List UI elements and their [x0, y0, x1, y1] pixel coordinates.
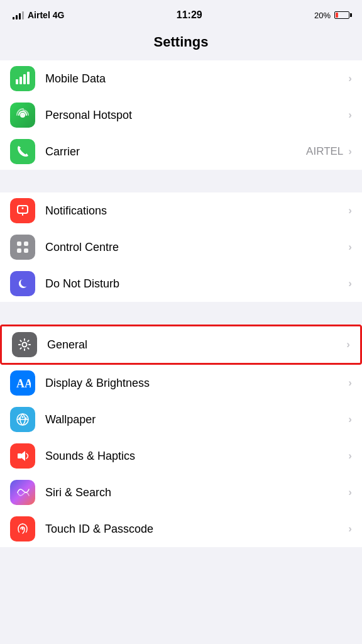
connectivity-group: Mobile Data › Personal Hotspot › — [0, 60, 362, 170]
svg-point-16 — [25, 418, 27, 419]
svg-rect-1 — [19, 77, 22, 84]
personal-hotspot-icon — [10, 103, 35, 128]
settings-row-notifications[interactable]: Notifications › — [0, 192, 362, 229]
siri-label: Siri & Search — [45, 486, 348, 499]
network-label: 4G — [53, 10, 65, 20]
settings-row-display[interactable]: AA Display & Brightness › — [0, 365, 362, 401]
settings-row-dnd[interactable]: Do Not Disturb › — [0, 265, 362, 302]
phone-icon-svg — [14, 143, 31, 160]
svg-rect-0 — [16, 79, 18, 84]
carrier-value: AIRTEL — [306, 145, 343, 158]
carrier-icon — [10, 139, 35, 164]
notifications-label: Notifications — [45, 204, 348, 218]
notifications-icon — [10, 198, 35, 223]
status-left: Airtel 4G — [13, 10, 64, 20]
section-connectivity: Mobile Data › Personal Hotspot › — [0, 60, 362, 170]
svg-point-15 — [19, 418, 21, 419]
mobile-data-chevron: › — [348, 72, 352, 85]
carrier-label-row: Carrier — [45, 145, 306, 158]
battery-percent: 20% — [314, 11, 331, 20]
display-chevron: › — [348, 377, 352, 389]
settings-row-siri[interactable]: Siri & Search › — [0, 474, 362, 511]
settings-row-sounds[interactable]: Sounds & Haptics › — [0, 438, 362, 474]
svg-rect-2 — [23, 74, 26, 84]
cellular-icon — [14, 70, 31, 87]
status-right: 20% — [314, 11, 349, 20]
battery-icon — [334, 11, 349, 19]
settings-row-carrier[interactable]: Carrier AIRTEL › — [0, 133, 362, 170]
settings-row-mobile-data[interactable]: Mobile Data › — [0, 60, 362, 97]
personal-hotspot-label: Personal Hotspot — [45, 109, 348, 122]
mobile-data-icon — [10, 66, 35, 91]
wallpaper-chevron: › — [348, 413, 352, 426]
general-row-highlight: General › — [0, 325, 362, 365]
svg-rect-11 — [24, 248, 28, 253]
svg-rect-6 — [18, 206, 28, 213]
general-icon — [12, 332, 37, 357]
signal-bars — [13, 11, 24, 19]
dnd-icon-svg — [14, 275, 31, 292]
system2-group: General › AA Display & Brightness › — [0, 325, 362, 547]
status-bar: Airtel 4G 11:29 20% — [0, 0, 362, 28]
section-system2: General › AA Display & Brightness › — [0, 325, 362, 547]
carrier-label: Airtel — [28, 10, 50, 20]
settings-row-wallpaper[interactable]: Wallpaper › — [0, 401, 362, 438]
personal-hotspot-chevron: › — [348, 109, 352, 121]
control-centre-icon-svg — [14, 239, 31, 255]
page-title: Settings — [0, 28, 362, 60]
svg-point-7 — [22, 208, 24, 209]
hotspot-icon-svg — [14, 107, 31, 123]
svg-rect-3 — [27, 72, 30, 84]
display-icon: AA — [10, 370, 35, 396]
wallpaper-icon-svg — [14, 411, 31, 428]
settings-row-touchid[interactable]: Touch ID & Passcode › — [0, 511, 362, 547]
notifications-icon-svg — [14, 203, 31, 219]
gear-icon-svg — [16, 336, 33, 353]
touchid-label: Touch ID & Passcode — [45, 523, 348, 536]
general-chevron: › — [346, 338, 350, 351]
notifications-chevron: › — [348, 204, 352, 217]
svg-rect-10 — [17, 248, 21, 253]
display-label: Display & Brightness — [45, 377, 348, 390]
touchid-icon-svg — [14, 521, 31, 537]
dnd-chevron: › — [348, 277, 352, 290]
sounds-icon-svg — [14, 448, 31, 464]
wallpaper-icon — [10, 407, 35, 432]
divider-2 — [0, 302, 362, 325]
signal-bar-2 — [16, 15, 18, 19]
divider-1 — [0, 170, 362, 192]
display-icon-svg: AA — [14, 375, 31, 391]
svg-point-5 — [21, 114, 24, 116]
control-centre-chevron: › — [348, 241, 352, 253]
svg-point-14 — [22, 416, 24, 418]
svg-rect-17 — [18, 453, 21, 458]
svg-point-19 — [22, 528, 24, 530]
sounds-label: Sounds & Haptics — [45, 450, 348, 463]
control-centre-label: Control Centre — [45, 241, 348, 254]
carrier-chevron: › — [348, 145, 352, 158]
control-centre-icon — [10, 235, 35, 260]
settings-row-general[interactable]: General › — [2, 326, 360, 363]
siri-icon — [10, 480, 35, 505]
svg-text:AA: AA — [16, 377, 31, 390]
settings-row-control-centre[interactable]: Control Centre › — [0, 229, 362, 265]
status-time: 11:29 — [177, 9, 202, 21]
svg-rect-9 — [24, 242, 28, 246]
svg-point-12 — [23, 343, 27, 347]
svg-rect-8 — [17, 242, 21, 246]
sounds-icon — [10, 443, 35, 469]
system1-group: Notifications › Control Centre › — [0, 192, 362, 302]
siri-chevron: › — [348, 486, 352, 499]
mobile-data-label: Mobile Data — [45, 72, 348, 86]
signal-bar-3 — [19, 13, 21, 19]
siri-icon-svg — [14, 484, 31, 501]
touchid-chevron: › — [348, 523, 352, 535]
settings-row-personal-hotspot[interactable]: Personal Hotspot › — [0, 97, 362, 133]
general-label: General — [47, 338, 346, 352]
signal-bar-1 — [13, 17, 14, 19]
dnd-label: Do Not Disturb — [45, 277, 348, 291]
touchid-icon — [10, 516, 35, 541]
sounds-chevron: › — [348, 450, 352, 462]
dnd-icon — [10, 271, 35, 296]
signal-bar-4 — [22, 11, 24, 19]
